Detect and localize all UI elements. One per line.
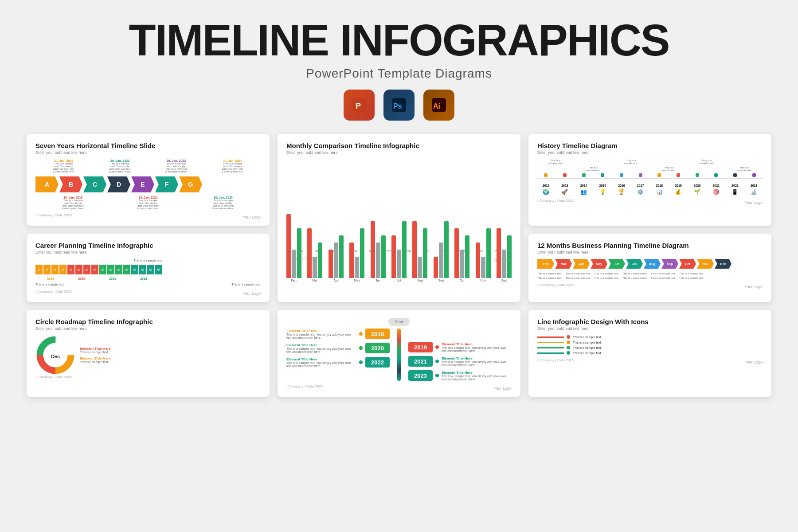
slide6-subtitle: Enter your subhead line here (537, 250, 763, 254)
page: TIMELINE INFOGRAPHICS PowerPoint Templat… (0, 0, 798, 532)
slide8-subtitle: Enter your subhead line here (537, 326, 763, 331)
slide-vertical: Start 2018 Element Title Here This is a … (278, 310, 520, 397)
arrow-d: D (107, 176, 130, 192)
photoshop-icon: Ps (383, 90, 415, 121)
slide8-title: Line Infographic Design With Icons (537, 318, 763, 325)
svg-text:Ps: Ps (393, 102, 402, 110)
slide3-footer: | Company | Date 2025 (537, 199, 574, 205)
svg-text:Dec: Dec (51, 354, 60, 359)
slides-grid: Seven Years Horizontal Timeline Slide En… (27, 134, 771, 397)
slide1-logo: Your Logo (243, 215, 261, 219)
slide-seven-years: Seven Years Horizontal Timeline Slide En… (27, 134, 270, 226)
slide4-footer: | Company | Date 2025 (35, 289, 72, 296)
circle-arc: Dec (35, 335, 75, 375)
slide-history: History Timeline Diagram Enter your subh… (528, 134, 771, 226)
arrow-a: A (35, 176, 59, 192)
slide4-logo: Your Logo (243, 291, 261, 296)
slide-circle: Circle Roadmap Timeline Infographic Ente… (27, 310, 270, 397)
arrow-g: G (179, 176, 202, 192)
arrow-f: F (155, 176, 178, 192)
slide-career: Career Planning Timeline Infographic Ent… (27, 234, 270, 302)
slide2-title: Monthly Comparison Timeline Infographic (286, 142, 512, 149)
app-icons-row: P Ps Ai (344, 90, 454, 121)
slide7-title: Circle Roadmap Timeline Infographic (35, 318, 261, 325)
main-title: TIMELINE INFOGRAPHICS (129, 18, 669, 62)
timeline-arrows: A B C D E F G (35, 176, 261, 192)
slide5-footer: | Company | Date 2025 (286, 384, 323, 391)
slide8-footer: | Company | Date 2025 (537, 358, 574, 364)
slide4-subtitle: Enter your subhead line here (35, 250, 261, 254)
slide1-footer: | Company | Date 2025 (35, 213, 72, 219)
powerpoint-icon: P (344, 90, 375, 121)
slide6-logo: Your Logo (744, 285, 763, 289)
slide3-logo: Your Logo (744, 200, 763, 205)
illustrator-icon: Ai (423, 90, 454, 121)
slide6-title: 12 Months Business Planning Timeline Dia… (537, 242, 763, 249)
arrow-c: C (83, 176, 106, 192)
slide1-title: Seven Years Horizontal Timeline Slide (35, 142, 261, 149)
slide4-title: Career Planning Timeline Infographic (35, 242, 261, 249)
slide-monthly: Monthly Comparison Timeline Infographic … (278, 134, 520, 302)
svg-text:Ai: Ai (433, 102, 440, 110)
svg-text:P: P (356, 102, 361, 110)
arrow-b: B (59, 176, 82, 192)
slide2-subtitle: Enter your subhead line here (286, 150, 512, 155)
slide7-subtitle: Enter your subhead line here (35, 326, 261, 331)
slide5-logo: Your Logo (493, 386, 512, 391)
slide-12months: 12 Months Business Planning Timeline Dia… (528, 234, 771, 302)
slide8-logo: Your Logo (744, 360, 763, 364)
slide6-footer: | Company | Date 2025 (537, 283, 574, 289)
slide1-subtitle: Enter your subhead line here (35, 150, 261, 155)
arrow-e: E (131, 176, 154, 192)
slide3-subtitle: Enter your subhead line here (537, 150, 763, 155)
slide-line: Line Infographic Design With Icons Enter… (528, 310, 771, 397)
start-button: Start (388, 318, 409, 326)
slide7-footer: | Company | Date 2025 (35, 375, 261, 379)
slide3-title: History Timeline Diagram (537, 142, 763, 149)
subtitle: PowerPoint Template Diagrams (306, 66, 492, 81)
